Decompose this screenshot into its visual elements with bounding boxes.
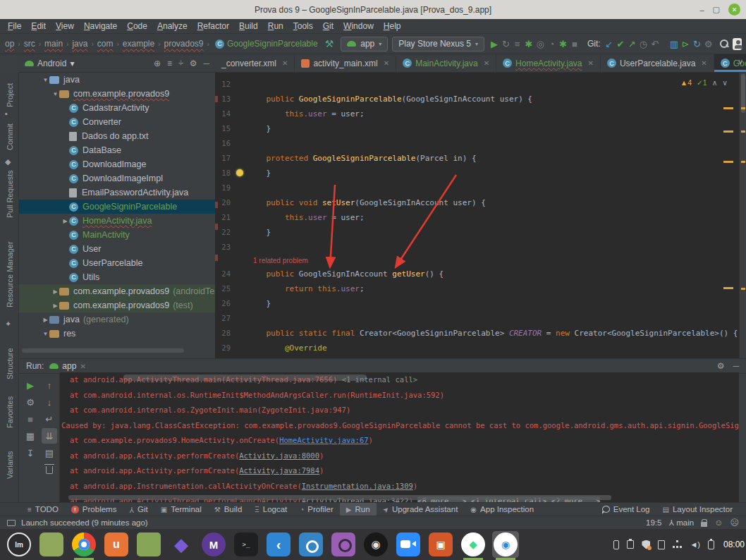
title-bar[interactable]: Prova dos 9 – GoogleSignInParcelable.jav… xyxy=(0,0,746,19)
breadcrumb-com[interactable]: com xyxy=(97,39,114,49)
camera-app[interactable] xyxy=(298,531,324,558)
pin-strip-icon[interactable]: ✦ xyxy=(5,319,11,329)
sad-face-icon[interactable]: ☹ xyxy=(730,518,739,528)
git-push-icon[interactable]: ↗ xyxy=(626,39,637,49)
console-line[interactable]: Caused by: java.lang.ClassCastException:… xyxy=(60,418,739,434)
settings-wrench-icon[interactable]: ⚙ xyxy=(23,394,38,410)
code-line-15[interactable]: 15 } xyxy=(215,121,739,136)
git-rollback-icon[interactable]: ↶ xyxy=(649,39,661,49)
breadcrumb-java[interactable]: java xyxy=(71,39,88,49)
tree-item-res[interactable]: ▼res xyxy=(19,327,215,341)
toolwindow-logcat[interactable]: ΞLogcat xyxy=(248,503,293,516)
tab-MainActivity.java[interactable]: CMainActivity.java✕ xyxy=(396,54,496,72)
soft-wrap-icon[interactable]: ↵ xyxy=(42,411,57,427)
code-line-27[interactable]: 27 xyxy=(215,311,739,326)
git-update-icon[interactable]: ↙ xyxy=(604,39,615,49)
toolwindow-profiler[interactable]: ◔Profiler xyxy=(293,503,339,516)
run-config-selector[interactable]: app▾ xyxy=(341,37,388,51)
maximize-button[interactable]: ▢ xyxy=(713,5,720,14)
toolwindow-layout-inspector[interactable]: ▤Layout Inspector xyxy=(656,505,739,513)
breadcrumb-class[interactable]: CGoogleSigninParcelable xyxy=(215,39,318,49)
breadcrumb-op[interactable]: op xyxy=(4,39,15,49)
tab-list-chevron-icon[interactable]: ∨ xyxy=(738,57,743,66)
tree-item-Converter[interactable]: CConverter xyxy=(19,115,215,129)
down-stack-icon[interactable]: ↓ xyxy=(42,394,57,410)
toolwindow-build[interactable]: ⚒Build xyxy=(208,503,249,516)
tree-item-GoogleSigninParcelable[interactable]: CGoogleSigninParcelable xyxy=(19,200,215,214)
tab-activity_main.xml[interactable]: activity_main.xml✕ xyxy=(295,54,396,72)
code-line-20[interactable]: 20 public void setUser(GoogleSignInAccou… xyxy=(215,195,739,210)
code-line-13[interactable]: 13 public GoogleSigninParcelable(GoogleS… xyxy=(215,92,739,106)
sidebar-label-project[interactable]: Project xyxy=(0,75,19,115)
menu-code[interactable]: Code xyxy=(122,20,152,32)
sidebar-label-structure[interactable]: Structure xyxy=(0,342,19,386)
run-icon[interactable]: ▶ xyxy=(489,39,500,49)
editor-error-stripe[interactable] xyxy=(739,73,746,358)
retry-debug-icon[interactable]: ✱ xyxy=(557,39,568,49)
collapsed-arrow-icon[interactable]: ▶ xyxy=(51,288,59,295)
clear-console-icon[interactable] xyxy=(42,462,57,477)
tree-item-EmailPasswordActivity.java[interactable]: EmailPasswordActivity.java xyxy=(19,185,215,200)
code-line-26[interactable]: 26 } xyxy=(215,296,739,311)
toolwindow-todo[interactable]: ≡TODO xyxy=(21,503,65,516)
obs-app[interactable]: ◉ xyxy=(362,531,389,558)
git-history-icon[interactable]: ◷ xyxy=(637,39,649,49)
menu-help[interactable]: Help xyxy=(379,20,406,32)
tree-item-HomeActivity.java[interactable]: ▶CHomeActivity.java xyxy=(19,214,215,228)
tree-item-com.example.provados9[interactable]: ▶com.example.provados9(test) xyxy=(19,298,215,312)
tree-item-DataBase[interactable]: CDataBase xyxy=(19,143,215,157)
android-studio-app[interactable]: ◉ xyxy=(492,531,519,558)
collapsed-arrow-icon[interactable]: ▶ xyxy=(42,317,49,323)
console-line[interactable]: at android.app.Activity.performCreate(Ac… xyxy=(60,449,739,464)
sidebar-label-commit[interactable]: Commit xyxy=(0,119,19,154)
next-problem-icon[interactable]: ∨ xyxy=(722,78,728,87)
sidebar-label-resource-manager[interactable]: Resource Manager xyxy=(0,233,19,315)
console-output[interactable]: at android.app.ActivityThread.main(Activ… xyxy=(60,372,739,502)
tree-item-DownloadImageImpl[interactable]: CDownloadImageImpl xyxy=(19,171,215,185)
code-line-25[interactable]: 25 return this.user; xyxy=(215,281,739,296)
uget-app[interactable]: u xyxy=(103,531,130,558)
commit-strip-icon[interactable]: ◆ xyxy=(5,157,11,166)
breadcrumb-provados9[interactable]: provados9 xyxy=(163,39,204,49)
tree-item-java[interactable]: ▶java(generated) xyxy=(19,312,215,327)
console-line[interactable]: at android.app.ActivityThread.main(Activ… xyxy=(60,372,739,388)
project-view-selector[interactable]: Android xyxy=(37,59,66,68)
stop-console-icon[interactable]: ■ xyxy=(23,411,38,427)
code-line-28[interactable]: 28 public static final Creator<GoogleSig… xyxy=(215,326,739,341)
expand-settings-icon[interactable]: ÷ xyxy=(178,59,183,68)
document-tray-icon[interactable] xyxy=(658,540,665,549)
tree-item-MainActivity[interactable]: CMainActivity xyxy=(19,228,215,242)
apply-changes-icon[interactable]: ↻ xyxy=(500,39,511,49)
pin-icon[interactable]: ↧ xyxy=(23,445,38,461)
console-line[interactable]: at com.example.provados9.HomeActivity.on… xyxy=(60,433,739,449)
restore-layout-icon[interactable]: ▦ xyxy=(23,428,38,444)
gradle-sync-icon[interactable]: ↻ xyxy=(691,39,702,49)
stack-trace-link[interactable]: Activity.java:8000 xyxy=(239,451,319,460)
console-line[interactable]: at android.app.Instrumentation.callActiv… xyxy=(60,479,739,494)
close-button[interactable]: ✕ xyxy=(728,4,740,16)
code-line-29[interactable]: 29 @Override xyxy=(215,341,739,355)
emulator-icon[interactable]: ⊳ xyxy=(680,39,691,49)
close-icon[interactable]: ✕ xyxy=(701,59,707,67)
git-branch[interactable]: Y main xyxy=(668,518,694,527)
expanded-arrow-icon[interactable]: ▼ xyxy=(42,77,49,83)
battery-tray-icon[interactable] xyxy=(708,540,714,549)
console-line[interactable]: at com.android.internal.os.ZygoteInit.ma… xyxy=(60,403,739,418)
intention-bulb-icon[interactable] xyxy=(236,169,243,176)
vscode-app[interactable]: ‹ xyxy=(265,531,292,558)
breadcrumb-main[interactable]: main xyxy=(44,39,63,49)
menu-run[interactable]: Run xyxy=(263,20,288,32)
stack-trace-link[interactable]: Activity.java:7984 xyxy=(239,466,319,475)
attach-debugger-icon[interactable]: ◎ xyxy=(534,39,546,49)
phone-tray-icon[interactable] xyxy=(613,540,619,549)
inspection-widget[interactable]: ▲4 ✓1 ∧ ∨ xyxy=(680,78,728,87)
toolwindow-terminal[interactable]: ▣Terminal xyxy=(154,503,208,516)
tab-HomeActivity.java[interactable]: CHomeActivity.java✕ xyxy=(496,54,601,72)
code-line-17[interactable]: 17 protected GoogleSigninParcelable(Parc… xyxy=(215,151,739,166)
tree-item-CadastrarActivity[interactable]: CCadastrarActivity xyxy=(19,101,215,115)
sdk-manager-icon[interactable]: ⚙ xyxy=(702,39,714,49)
tree-item-DownloadImage[interactable]: CDownloadImage xyxy=(19,157,215,171)
hide-panel-icon[interactable]: ─ xyxy=(203,59,209,68)
close-icon[interactable]: ✕ xyxy=(484,59,489,67)
sidebar-label-favorites[interactable]: Favorites xyxy=(0,391,19,432)
